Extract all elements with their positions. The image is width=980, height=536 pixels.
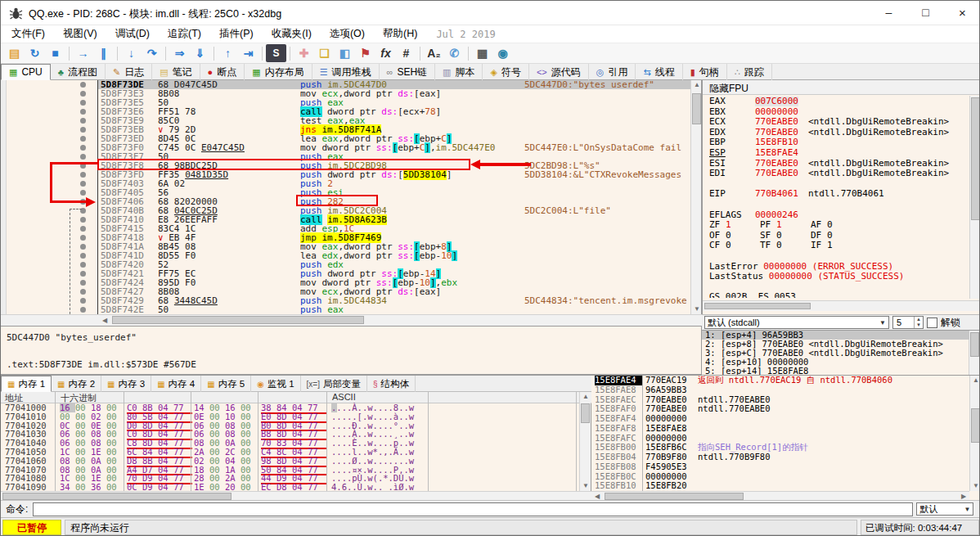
breakpoint-dot[interactable] <box>80 145 86 151</box>
register-value[interactable]: 007C6000 <box>755 97 798 106</box>
arguments-pane[interactable]: 1: [esp+4] 96A59BB32: [esp+8] 770EABE0 <… <box>702 330 980 375</box>
breakpoint-dot[interactable] <box>80 118 86 124</box>
argument-row[interactable]: 1: [esp+4] 96A59BB3 <box>702 331 969 340</box>
menu-item-4[interactable]: 插件(P) <box>210 25 263 43</box>
flag-tf[interactable]: TF 0 <box>760 241 811 251</box>
register-value[interactable]: 00000000 <box>755 106 798 117</box>
memory-dump-pane[interactable]: ▦内存 1▦内存 2▦内存 3▦内存 4▦内存 5◉监视 1[x=]局部变量§结… <box>1 375 591 500</box>
register-value[interactable]: 770EABE0 <box>755 116 798 127</box>
step-out-icon[interactable]: ⇓ <box>190 44 210 62</box>
register-line[interactable]: EAX007C6000 <box>703 97 970 107</box>
register-line[interactable]: EDX770EABE0<ntdll.DbgUiRemoteBreakin> <box>703 128 970 138</box>
tab-trace[interactable]: ∴跟踪 <box>727 64 772 80</box>
open-file-icon[interactable]: ▤ <box>4 44 25 62</box>
register-line[interactable]: OF 0SF 0DF 0 <box>703 231 970 241</box>
tab-notes[interactable]: ▤笔记 <box>152 64 200 80</box>
tab-source[interactable]: <>源代码 <box>529 64 589 80</box>
disasm-row[interactable]: 5D8F741D8D55 F0lea edx,dword ptr ss:[ebp… <box>98 251 690 260</box>
breakpoint-dot[interactable] <box>80 235 86 241</box>
stack-row[interactable]: 15E8FAF0770EABE0ntdll.770EABE0 <box>591 404 969 414</box>
maximize-button[interactable]: □ <box>907 1 944 25</box>
disasm-row[interactable]: 5D8F742968 3448C45Dpush im.5DC448345DC44… <box>98 296 690 305</box>
menu-item-0[interactable]: 文件(F) <box>2 25 54 43</box>
registers-vscrollbar[interactable] <box>969 96 980 299</box>
argument-row[interactable]: 2: [esp+8] 770EABE0 <ntdll.DbgUiRemoteBr… <box>702 340 969 349</box>
arg-count-spinner[interactable]: 5 ▲▼ <box>892 316 924 329</box>
globe-icon[interactable]: ◉ <box>492 44 513 62</box>
breakpoint-dot[interactable] <box>80 154 86 160</box>
menu-item-2[interactable]: 调试(D) <box>106 25 159 43</box>
scylla-icon[interactable]: S <box>266 44 286 62</box>
tab-seh[interactable]: ∞SEH链 <box>380 64 436 80</box>
register-line[interactable]: EDI770EABE0<ntdll.DbgUiRemoteBreakin> <box>703 169 970 179</box>
register-value[interactable]: 00000000 (ERROR_SUCCESS) <box>763 261 893 272</box>
dump-tab-memory-1[interactable]: ▦内存 1 <box>1 376 52 392</box>
breakpoint-dot[interactable] <box>80 271 86 277</box>
stop-icon[interactable]: ■ <box>45 44 65 62</box>
menu-item-7[interactable]: 帮助(H) <box>374 25 426 43</box>
tab-handles[interactable]: ▮句柄 <box>683 64 727 80</box>
dump-tab-watch-1[interactable]: ◉监视 1 <box>251 376 300 392</box>
tab-references[interactable]: ◎引用 <box>589 64 636 80</box>
breakpoint-dot[interactable] <box>80 127 86 133</box>
dump-tab-locals[interactable]: [x=]局部变量 <box>301 376 367 392</box>
disasm-row[interactable]: 5D8F73E6FF51 78call dword ptr ds:[ecx+78… <box>98 107 690 116</box>
command-mode-combo[interactable]: 默认▼ <box>916 502 973 516</box>
register-value[interactable]: 770EABE0 <box>755 168 798 178</box>
registers-pane[interactable]: 隐藏FPU EAX007C6000EBX00000000ECX770EABE0<… <box>702 80 980 314</box>
breakpoint-dot[interactable] <box>80 109 86 115</box>
stack-row[interactable]: 15E8FB1015E8FB20 <box>591 481 969 491</box>
run-to-cursor-icon[interactable]: ⇒ <box>169 44 190 62</box>
stack-row[interactable]: 15E8FB0015E8FB6C指向SEH_Record[1]的指针 <box>591 443 969 453</box>
tab-call-stack[interactable]: ☰调用堆栈 <box>312 64 380 80</box>
disassembly-vscrollbar[interactable]: ▲ ▼ <box>690 80 702 314</box>
breakpoint-dot[interactable] <box>80 190 86 196</box>
disassembly-hscrollbar[interactable]: ◀ <box>1 314 702 325</box>
breakpoint-dot[interactable] <box>80 91 86 97</box>
stack-row[interactable]: 15E8FAF815E8FAE8 <box>591 424 969 434</box>
register-value[interactable]: 770EABE0 <box>755 158 798 169</box>
minimize-button[interactable]: – <box>870 1 907 25</box>
stack-row[interactable]: 15E8FAFC00000000 <box>591 434 969 444</box>
register-value[interactable]: 15E8FAE4 <box>755 147 798 158</box>
breakpoint-dot[interactable] <box>80 298 86 304</box>
stack-row[interactable]: 15E8FAF400000000 <box>591 414 969 424</box>
dump-tab-memory-2[interactable]: ▦内存 2 <box>52 376 101 392</box>
dump-tab-memory-4[interactable]: ▦内存 4 <box>151 376 201 392</box>
register-value[interactable]: 15E8FB10 <box>755 137 798 147</box>
tab-threads[interactable]: ⇆线程 <box>636 64 682 80</box>
stack-row[interactable]: 15E8FAE4770EAC19返回到 ntdll.770EAC19 自 ntd… <box>591 376 969 385</box>
argument-row[interactable]: 4: [esp+10] 00000000 <box>702 358 969 367</box>
calling-convention-combo[interactable]: 默认 (stdcall)▼ <box>704 316 889 329</box>
flag-if[interactable]: IF 1 <box>811 241 861 251</box>
breakpoint-dot[interactable] <box>80 217 86 223</box>
functions-icon[interactable]: fx <box>375 44 396 62</box>
breakpoint-dot[interactable] <box>80 172 86 178</box>
tab-memory-map[interactable]: ▦内存布局 <box>245 64 312 80</box>
hide-fpu-toggle[interactable]: 隐藏FPU <box>703 80 980 95</box>
register-line[interactable]: EBP15E8FB10 <box>703 137 970 148</box>
menu-item-6[interactable]: 选项(O) <box>321 25 374 43</box>
registers-hscrollbar[interactable] <box>703 300 980 311</box>
breakpoint-dot[interactable] <box>80 181 86 187</box>
breakpoint-dot[interactable] <box>80 280 86 286</box>
command-input[interactable] <box>33 502 913 516</box>
dump-tab-memory-3[interactable]: ▦内存 3 <box>101 376 151 392</box>
close-button[interactable]: × <box>944 1 980 25</box>
pause-icon[interactable]: ∥ <box>93 44 114 62</box>
az-icon[interactable]: A₂ <box>424 44 444 62</box>
run-icon[interactable]: → <box>73 44 93 62</box>
disasm-row[interactable]: 5D8F73FDFF35 0481D35Dpush dword ptr ds:[… <box>98 170 690 179</box>
breakpoint-dot[interactable] <box>80 262 86 268</box>
stack-row[interactable]: 15E8FAE896A59BB3 <box>591 385 969 395</box>
disasm-row[interactable]: 5D8F73E38B08mov ecx,dword ptr ds:[eax] <box>98 89 690 98</box>
stack-vscrollbar[interactable]: ▲ ▼ <box>969 376 980 491</box>
step-over-icon[interactable]: ↷ <box>142 44 162 62</box>
register-line[interactable]: EIP770B4061ntdll.770B4061 <box>703 189 970 200</box>
breakpoint-dot[interactable] <box>80 82 86 88</box>
register-value[interactable]: 770B4061 <box>755 188 798 199</box>
breakpoint-dot[interactable] <box>80 100 86 106</box>
breakpoint-dot[interactable] <box>80 307 86 313</box>
stack-row[interactable]: 15E8FB04770B9F80ntdll.770B9F80 <box>591 453 969 462</box>
register-value[interactable]: 00000000 (STATUS_SUCCESS) <box>769 271 905 282</box>
